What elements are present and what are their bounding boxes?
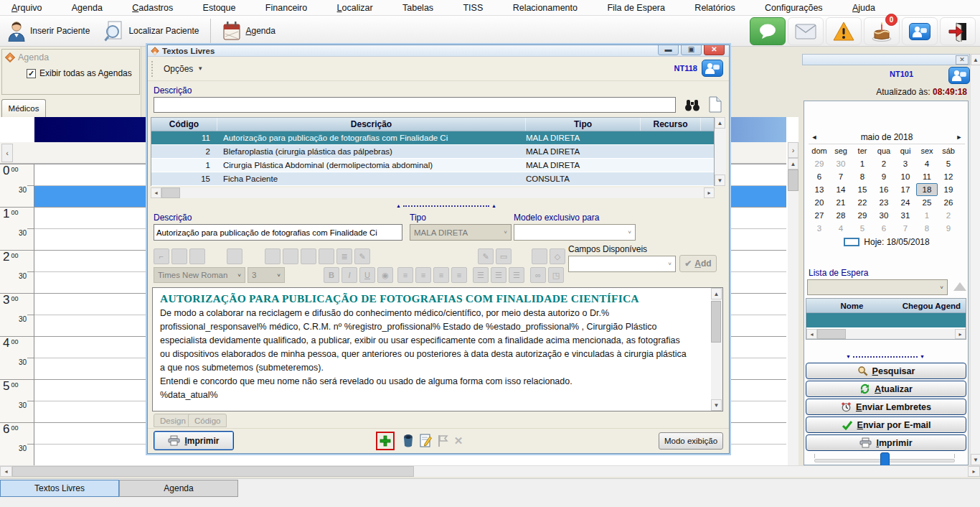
tab-medicos[interactable]: Médicos [1,99,46,117]
menu-item-fila-de-espera[interactable]: Fila de Espera [603,1,669,14]
calendar-day[interactable]: 5 [938,157,959,170]
templates-table-header[interactable]: CódigoDescriçãoTipoRecurso [151,118,714,131]
new-document-icon[interactable] [709,96,722,113]
bin-icon[interactable] [400,433,416,449]
calendar-day[interactable]: 1 [852,157,873,170]
delete-icon[interactable]: ✕ [451,433,466,449]
calendar-day[interactable]: 8 [916,222,938,235]
menu-item-relacionamento[interactable]: Relacionamento [509,1,582,14]
button-enviar-por-e-mail[interactable]: Enviar por E-mail [806,417,966,433]
dialog-splitter[interactable]: ▲▲ [396,203,496,208]
show-all-agendas-row[interactable]: ✓ Exibir todas as Agendas [27,68,139,78]
scroll-right-icon[interactable]: ▸ [704,187,715,198]
tipo-select[interactable]: MALA DIRETA ˅ [410,224,512,241]
scroll-right-icon[interactable]: › [788,142,798,158]
editor-tool-button[interactable]: ⌐ [154,248,169,264]
scroll-right-icon[interactable]: ▸ [955,329,966,339]
menu-item-ajuda[interactable]: Ajuda [848,1,880,14]
calendar-next-icon[interactable]: ► [953,134,965,141]
editor-content[interactable]: AUTORIZAÇÃO PARA PUBLICAÇÃO DE FOTOGRAFI… [153,288,711,411]
editor-pencil-icon[interactable]: ✎ [354,248,370,264]
font-size-select[interactable]: 3 ˅ [248,267,285,283]
add-record-highlight[interactable] [376,432,395,450]
agenda-button[interactable]: Agenda [215,17,282,45]
editor-rect-icon[interactable]: ▭ [496,248,512,264]
calendar-day[interactable]: 28 [830,209,852,222]
calendar-day[interactable]: 24 [895,196,916,209]
calendar-day[interactable]: 9 [938,222,959,235]
menu-item-configurações[interactable]: Configurações [760,1,827,14]
table-hscroll-thumb[interactable] [161,187,180,198]
justify-right-icon[interactable]: ☰ [509,267,524,283]
birthday-icon[interactable]: 0 [864,17,900,45]
menu-item-arquivo[interactable]: Arquivo [7,1,46,14]
calendar-today-row[interactable]: Hoje: 18/05/2018 [809,235,965,249]
warning-icon[interactable] [826,17,862,45]
calendar-day[interactable]: 29 [809,157,830,170]
button-pesquisar[interactable]: Pesquisar [806,363,966,379]
menu-item-agenda[interactable]: Agenda [67,1,107,14]
link-icon[interactable]: ∞ [530,267,546,283]
table-horizontal-scrollbar[interactable]: ◂ ▸ [151,187,715,198]
scroll-right-icon[interactable]: ▸ [968,466,980,477]
calendar-day[interactable]: 2 [938,209,959,222]
modelo-select[interactable]: ˅ [514,224,636,241]
editor-tool-button[interactable] [265,248,281,264]
editor-tool-button[interactable] [319,248,334,264]
table-vertical-scrollbar[interactable]: ▲ ▼ [715,117,726,186]
bold-button[interactable]: B [324,267,339,283]
mail-icon[interactable] [788,17,824,45]
edit-document-icon[interactable] [418,433,433,449]
editor-tool-button[interactable] [171,248,187,264]
scroll-up-icon[interactable]: ▲ [711,288,722,299]
calendar-day[interactable]: 15 [852,183,873,196]
wait-column-header[interactable]: Chegou Agend [897,299,966,312]
calendar-day[interactable]: 14 [830,183,852,196]
agenda-scroll-thumb[interactable] [788,169,798,191]
wait-list-selected-row[interactable] [806,313,966,329]
calendar-day[interactable]: 19 [938,183,959,196]
editor-scroll-thumb[interactable] [711,301,721,343]
print-button[interactable]: Imprimir [154,431,234,450]
menu-item-tabelas[interactable]: Tabelas [398,1,438,14]
table-row[interactable]: 15Ficha PacienteCONSULTA [151,172,714,186]
display-mode-button[interactable]: Modo exibição [659,432,723,450]
bottom-tab-agenda[interactable]: Agenda [119,480,238,497]
tab-design[interactable]: Design [154,414,192,427]
agenda-vertical-scrollbar[interactable]: › ▲ [788,142,798,465]
show-all-checkbox[interactable]: ✓ [27,69,36,78]
calendar-day[interactable]: 23 [873,196,895,209]
justify-center-icon[interactable]: ☰ [491,267,507,283]
editor-tool-button[interactable] [283,248,298,264]
calendar-day[interactable]: 7 [830,170,852,183]
collapse-up-icon[interactable] [953,282,966,291]
add-button[interactable]: ✔ Add [679,255,717,272]
scroll-up-icon[interactable]: ▲ [788,158,798,169]
wait-list-header[interactable]: NomeChegou Agend [806,299,966,313]
table-row[interactable]: 11Autorização para publicação de fotogra… [151,131,714,145]
calendar-day[interactable]: 8 [852,170,873,183]
rich-text-editor[interactable]: AUTORIZAÇÃO PARA PUBLICAÇÃO DE FOTOGRAFI… [152,287,723,411]
calendar-day[interactable]: 13 [809,183,830,196]
button-imprimir[interactable]: Imprimir [806,434,966,451]
calendar-day[interactable]: 3 [809,222,830,235]
calendar-day[interactable]: 4 [916,157,938,170]
column-header-cdigo[interactable]: Código [151,118,217,131]
chat-icon[interactable] [750,17,786,45]
scroll-down-icon[interactable]: ▼ [711,399,722,411]
editor-tool-button[interactable] [532,248,547,264]
options-button[interactable]: Opções ▼ [158,62,209,76]
maximize-icon[interactable]: ▣ [681,45,702,55]
calendar-day[interactable]: 20 [809,196,830,209]
calendar-day[interactable]: 18 [916,183,938,196]
button-enviar-lembretes[interactable]: Enviar Lembretes [806,399,966,415]
scroll-up-icon[interactable]: ▲ [971,54,980,65]
editor-list-icon[interactable]: ≣ [336,248,352,264]
table-row[interactable]: 1Cirurgia Plástica Abdominal (dermolipec… [151,159,714,172]
calendar-day[interactable]: 10 [895,170,916,183]
editor-tool-button[interactable] [189,248,205,264]
indent-icon[interactable]: ≡ [433,267,449,283]
slider-thumb[interactable] [880,452,890,467]
calendar-day[interactable]: 6 [809,170,830,183]
search-input[interactable] [154,97,676,113]
